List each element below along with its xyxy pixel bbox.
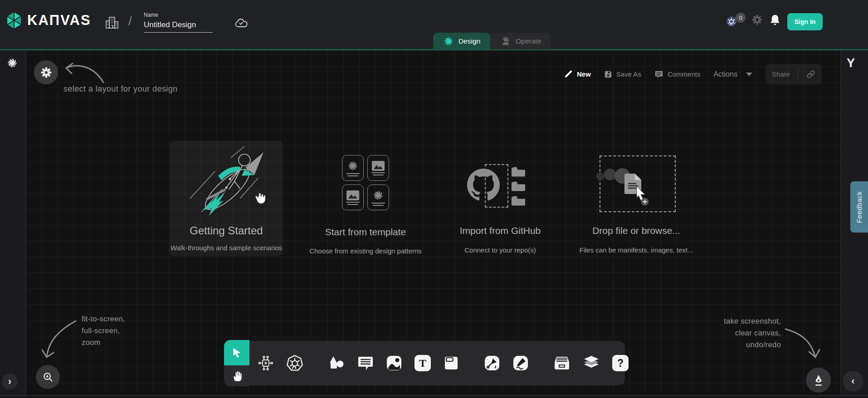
drop-file-card[interactable] (600, 155, 676, 212)
feedback-tab[interactable]: Feedback (850, 181, 868, 233)
hand-cursor (252, 189, 267, 206)
layers-tool[interactable] (583, 354, 600, 372)
pan-tool-button[interactable] (224, 365, 249, 386)
operate-headset-icon (500, 36, 511, 47)
note-tool[interactable] (443, 354, 459, 372)
design-spiral-icon (443, 36, 454, 47)
image-icon (346, 190, 359, 200)
zoom-in-magnifier-icon (42, 371, 54, 383)
drop-subtitle: Files can be manifests, images, text... (580, 246, 693, 254)
design-name-input[interactable] (144, 20, 213, 33)
shapes-tool[interactable] (328, 354, 345, 372)
chevron-down-icon (746, 73, 752, 76)
hand-pan-icon (231, 370, 242, 382)
drop-title: Drop file or browse... (592, 225, 680, 236)
template-tile (342, 155, 364, 181)
bottom-right-hint: take screenshot, clear canvas, undo/redo (689, 315, 781, 350)
select-arrow-icon (231, 347, 243, 359)
pencil-tool[interactable] (512, 354, 529, 372)
collapse-right-panel-button[interactable]: ‹ (843, 371, 863, 392)
spiral-icon (347, 160, 359, 172)
zoom-button[interactable] (36, 365, 60, 389)
mode-tabs: Design Operate (433, 33, 551, 49)
pen-mode-button[interactable] (806, 368, 831, 393)
comment-tool[interactable] (357, 354, 374, 372)
actions-dropdown[interactable]: Actions (713, 70, 752, 78)
github-title: Import from GitHub (460, 225, 541, 236)
select-layout-button[interactable] (34, 60, 58, 84)
new-button[interactable]: New (564, 70, 591, 78)
design-name-block: Name (144, 12, 216, 33)
template-tile (342, 184, 364, 210)
kanvas-hexagon-icon (5, 11, 23, 30)
connections-tool[interactable] (258, 354, 274, 372)
github-octocat-icon (467, 169, 500, 201)
archive-drawer-tool[interactable] (553, 354, 571, 372)
notification-count-badge: 0 (736, 13, 746, 23)
import-from-github-card[interactable] (466, 160, 530, 212)
brand-name: KAΠVAS (27, 12, 91, 29)
share-button[interactable]: Share (766, 64, 822, 84)
template-title: Start from template (325, 227, 406, 238)
bottom-right-arrow (784, 325, 822, 362)
card-title: Getting Started (190, 224, 263, 237)
pointer-tool-column (224, 340, 249, 386)
expand-left-panel-button[interactable]: › (2, 374, 18, 389)
chevron-left-icon: ‹ (851, 376, 854, 386)
kubernetes-tool[interactable] (286, 354, 303, 372)
sign-in-button[interactable]: Sign In (787, 13, 823, 30)
loading-spiral-icon (6, 57, 18, 69)
card-subtitle: Walk-throughs and sample scenarios (171, 244, 282, 252)
text-tool[interactable]: T (414, 354, 431, 372)
image-tool[interactable] (386, 354, 402, 372)
select-tool-button[interactable] (224, 340, 249, 365)
pencil-new-icon (564, 70, 573, 78)
kubernetes-status-button[interactable]: 0 (726, 15, 747, 32)
branch-y-icon[interactable]: Y (847, 56, 855, 70)
start-from-template-card[interactable] (342, 155, 389, 210)
tab-design[interactable]: Design (433, 33, 490, 49)
save-as-button[interactable]: Save As (604, 70, 641, 78)
comments-icon (654, 70, 663, 78)
help-tool[interactable]: ? (612, 354, 629, 372)
pen-nib-icon (813, 374, 824, 387)
brand-logo[interactable]: KAΠVAS (5, 11, 91, 30)
repo-folders (511, 166, 526, 206)
layout-flower-icon (40, 67, 52, 78)
left-rail (0, 50, 26, 395)
bottom-edge-strip (0, 395, 868, 398)
spiral-icon (372, 189, 384, 201)
tab-operate[interactable]: Operate (490, 33, 551, 49)
organization-icon[interactable] (105, 15, 119, 30)
canvas-actions-toolbar: New Save As Comments Actions Share (564, 64, 822, 84)
template-tile (367, 155, 389, 181)
pen-tool[interactable] (484, 354, 500, 372)
share-link-icon (806, 70, 815, 79)
chevron-right-icon: › (8, 377, 11, 387)
breadcrumb-separator: / (128, 15, 132, 29)
template-tile (367, 184, 389, 210)
share-divider (798, 68, 798, 80)
github-subtitle: Connect to your repo(s) (464, 246, 536, 254)
drop-file-illustration (595, 163, 663, 217)
bottom-left-hint: fit-to-screen, full-screen, zoom (82, 313, 125, 348)
save-icon (604, 70, 612, 78)
folder-icon (511, 180, 526, 191)
name-label: Name (144, 12, 216, 18)
comments-button[interactable]: Comments (654, 70, 701, 78)
rocket-illustration (176, 144, 276, 223)
layout-hint-text: select a layout for your design (63, 84, 178, 94)
notifications-bell-icon[interactable] (770, 14, 780, 26)
kanvas-app: KAΠVAS / Name (0, 0, 868, 398)
canvas-tools-toolbar: T (249, 341, 625, 385)
folder-icon (511, 195, 526, 206)
bottom-left-arrow (39, 317, 79, 363)
template-subtitle: Choose from existing design patterns (309, 247, 422, 255)
image-icon (372, 161, 385, 171)
cloud-sync-icon (234, 18, 248, 28)
settings-gear-icon[interactable] (751, 14, 763, 25)
folder-icon (511, 166, 526, 177)
